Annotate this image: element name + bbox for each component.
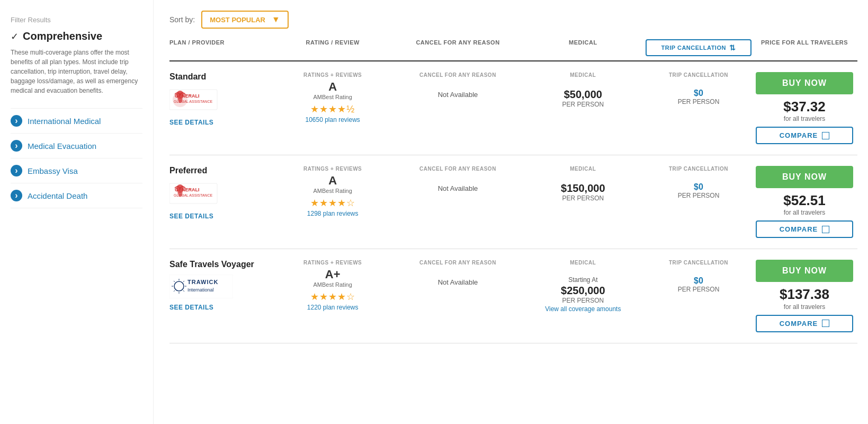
reviews-link[interactable]: 1220 plan reviews xyxy=(307,304,359,311)
sidebar-item-embassy-visa[interactable]: Embassy Visa xyxy=(11,158,142,183)
buy-now-button[interactable]: BUY NOW xyxy=(756,166,853,188)
sidebar-item-label: Embassy Visa xyxy=(28,166,78,175)
sidebar-item-medical-evacuation[interactable]: Medical Evacuation xyxy=(11,133,142,158)
sidebar-item-label: Accidental Death xyxy=(28,191,87,200)
trip-per-person: PER PERSON xyxy=(650,192,747,199)
sort-dropdown[interactable]: MOST POPULAR ▼ xyxy=(201,11,289,29)
chevron-right-icon xyxy=(11,190,22,201)
trip-cancel-col-2: TRIP CANCELLATION $0 PER PERSON xyxy=(646,260,751,293)
buy-now-button[interactable]: BUY NOW xyxy=(756,72,853,94)
sort-bar: Sort by: MOST POPULAR ▼ xyxy=(169,11,857,29)
cancel-value: Not Available xyxy=(399,278,516,286)
reviews-link[interactable]: 10650 plan reviews xyxy=(305,116,360,123)
cancel-value: Not Available xyxy=(399,91,516,99)
compare-button[interactable]: COMPARE xyxy=(756,127,853,144)
chevron-down-icon: ▼ xyxy=(272,15,280,24)
plan-name: Standard xyxy=(169,72,265,82)
filter-title: Filter Results xyxy=(11,16,142,24)
table-row: Preferred GENERALI GLOBAL ASSISTANCE SEE… xyxy=(169,155,857,249)
svg-text:International: International xyxy=(187,287,214,293)
medical-col-1: MEDICAL $150,000 PER PERSON xyxy=(521,166,646,202)
trip-cancel-label: TRIP CANCELLATION xyxy=(650,166,747,172)
sidebar: Filter Results ✓ Comprehensive These mul… xyxy=(0,0,154,424)
svg-rect-11 xyxy=(169,275,233,298)
check-icon: ✓ xyxy=(11,31,19,42)
compare-button[interactable]: COMPARE xyxy=(756,220,853,238)
sidebar-item-international-medical[interactable]: International Medical xyxy=(11,108,142,133)
star-rating: ★★★★½ xyxy=(274,103,391,115)
sidebar-item-label: International Medical xyxy=(28,117,101,126)
cancel-col-2: CANCEL FOR ANY REASON Not Available xyxy=(395,260,520,286)
price-col-1: BUY NOW $52.51 for all travelers COMPARE xyxy=(751,166,857,238)
see-details-link[interactable]: SEE DETAILS xyxy=(169,304,213,311)
sort-arrows-icon: ⇅ xyxy=(729,43,736,52)
ambest-label: AMBest Rating xyxy=(274,94,391,100)
price-col-0: BUY NOW $37.32 for all travelers COMPARE xyxy=(751,72,857,144)
cancel-label: CANCEL FOR ANY REASON xyxy=(399,72,516,78)
medical-col-2: MEDICAL Starting At $250,000 PER PERSON … xyxy=(521,260,646,313)
svg-point-4 xyxy=(176,91,184,99)
buy-now-button[interactable]: BUY NOW xyxy=(756,260,853,282)
sidebar-item-label: Medical Evacuation xyxy=(28,142,96,151)
trip-per-person: PER PERSON xyxy=(650,286,747,293)
reviews-link[interactable]: 1298 plan reviews xyxy=(307,210,359,217)
trip-cancel-amount: $0 xyxy=(650,89,747,98)
th-cancel-reason: CANCEL FOR ANY REASON xyxy=(395,39,520,56)
svg-text:TRAWICK: TRAWICK xyxy=(187,279,218,285)
th-rating-review: RATING / REVIEW xyxy=(270,39,395,56)
rating-label: RATINGS + REVIEWS xyxy=(274,72,391,78)
table-row: Safe Travels Voyager TRAWICK I xyxy=(169,249,857,343)
starting-at: Starting At xyxy=(525,276,641,284)
view-all-coverage-link[interactable]: View all coverage amounts xyxy=(545,305,621,313)
medical-amount: $250,000 xyxy=(525,285,641,297)
th-medical: MEDICAL xyxy=(521,39,646,56)
for-all-travelers: for all travelers xyxy=(756,209,853,216)
see-details-link[interactable]: SEE DETAILS xyxy=(169,119,213,126)
plan-name: Safe Travels Voyager xyxy=(169,260,265,269)
medical-label: MEDICAL xyxy=(525,72,641,78)
rating-label: RATINGS + REVIEWS xyxy=(274,260,391,266)
ambest-grade: A xyxy=(274,80,391,94)
trip-cancel-amount: $0 xyxy=(650,182,747,192)
compare-checkbox[interactable] xyxy=(822,132,829,139)
trip-cancel-col-0: TRIP CANCELLATION $0 PER PERSON xyxy=(646,72,751,105)
cancel-col-0: CANCEL FOR ANY REASON Not Available xyxy=(395,72,520,99)
chevron-right-icon xyxy=(11,140,22,152)
price-col-2: BUY NOW $137.38 for all travelers COMPAR… xyxy=(751,260,857,332)
trip-cancel-label: TRIP CANCELLATION xyxy=(650,72,747,78)
trawick-logo: TRAWICK International xyxy=(169,275,233,298)
sidebar-item-accidental-death[interactable]: Accidental Death xyxy=(11,183,142,208)
medical-amount: $50,000 xyxy=(525,89,641,101)
comprehensive-label: Comprehensive xyxy=(23,30,102,42)
th-trip-cancellation[interactable]: TRIP CANCELLATION ⇅ xyxy=(646,39,751,56)
plan-info-preferred: Preferred GENERALI GLOBAL ASSISTANCE SEE… xyxy=(169,166,270,220)
medical-label: MEDICAL xyxy=(525,166,641,172)
sort-label: Sort by: xyxy=(169,15,195,24)
price-amount: $37.32 xyxy=(756,99,853,115)
table-header: PLAN / PROVIDER RATING / REVIEW CANCEL F… xyxy=(169,39,857,61)
see-details-link[interactable]: SEE DETAILS xyxy=(169,213,213,220)
rating-label: RATINGS + REVIEWS xyxy=(274,166,391,172)
trip-cancel-col-1: TRIP CANCELLATION $0 PER PERSON xyxy=(646,166,751,199)
per-person: PER PERSON xyxy=(525,195,641,202)
main-content: Sort by: MOST POPULAR ▼ PLAN / PROVIDER … xyxy=(154,0,868,424)
compare-checkbox[interactable] xyxy=(822,320,829,327)
cancel-label: CANCEL FOR ANY REASON xyxy=(399,166,516,172)
trip-cancel-amount: $0 xyxy=(650,276,747,286)
for-all-travelers: for all travelers xyxy=(756,303,853,311)
cancel-col-1: CANCEL FOR ANY REASON Not Available xyxy=(395,166,520,192)
trip-per-person: PER PERSON xyxy=(650,98,747,105)
compare-button[interactable]: COMPARE xyxy=(756,315,853,332)
ambest-grade: A+ xyxy=(274,268,391,281)
for-all-travelers: for all travelers xyxy=(756,115,853,122)
compare-checkbox[interactable] xyxy=(822,226,829,233)
th-price: PRICE FOR ALL TRAVELERS xyxy=(751,39,857,56)
ambest-label: AMBest Rating xyxy=(274,188,391,194)
chevron-right-icon xyxy=(11,165,22,176)
per-person: PER PERSON xyxy=(525,297,641,304)
star-rating: ★★★★☆ xyxy=(274,197,391,209)
plan-info-standard: Standard GENERALI GLOBAL ASSISTANCE SEE … xyxy=(169,72,270,126)
generali-logo: GENERALI GLOBAL ASSISTANCE xyxy=(169,87,222,113)
medical-col-0: MEDICAL $50,000 PER PERSON xyxy=(521,72,646,108)
cancel-label: CANCEL FOR ANY REASON xyxy=(399,260,516,266)
